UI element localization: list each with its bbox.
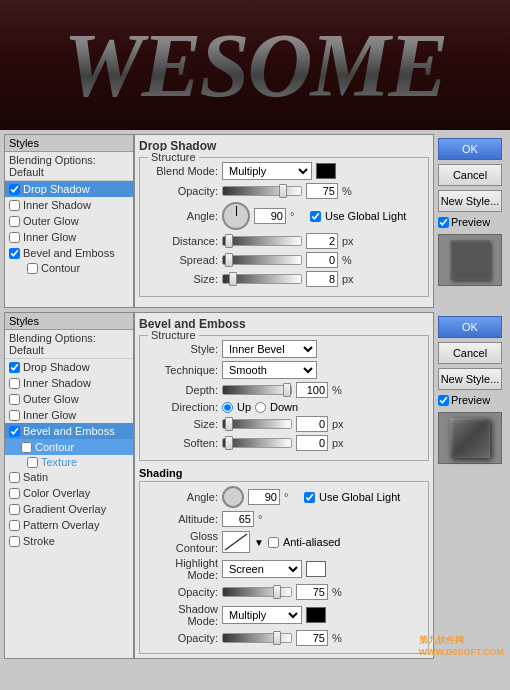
- cb-color-overlay-2[interactable]: [9, 488, 20, 499]
- style-select-2[interactable]: Inner Bevel: [222, 340, 317, 358]
- cb-satin-2[interactable]: [9, 472, 20, 483]
- item-satin-2[interactable]: Satin: [5, 469, 133, 485]
- distance-thumb-1[interactable]: [225, 234, 233, 248]
- item-outer-glow-1[interactable]: Outer Glow: [5, 213, 133, 229]
- cb-inner-shadow-2[interactable]: [9, 378, 20, 389]
- size-label-2: Size:: [146, 418, 218, 430]
- depth-slider-2[interactable]: [222, 385, 292, 395]
- cb-gradient-overlay-2[interactable]: [9, 504, 20, 515]
- soften-label-2: Soften:: [146, 437, 218, 449]
- highlight-color-swatch-2[interactable]: [306, 561, 326, 577]
- shading-angle-dial-2[interactable]: [222, 486, 244, 508]
- new-style-button-2[interactable]: New Style...: [438, 368, 502, 390]
- size-input-1[interactable]: [306, 271, 338, 287]
- blend-mode-select-1[interactable]: Multiply: [222, 162, 312, 180]
- spread-slider-1[interactable]: [222, 255, 302, 265]
- cancel-button-2[interactable]: Cancel: [438, 342, 502, 364]
- spread-input-1[interactable]: [306, 252, 338, 268]
- cb-outer-glow-1[interactable]: [9, 216, 20, 227]
- highlight-mode-select-2[interactable]: Screen: [222, 560, 302, 578]
- size-thumb-2[interactable]: [225, 417, 233, 431]
- gloss-contour-label-2: Gloss Contour:: [146, 530, 218, 554]
- cb-drop-shadow-1[interactable]: [9, 184, 20, 195]
- distance-input-1[interactable]: [306, 233, 338, 249]
- soften-row-2: Soften: px: [146, 435, 422, 451]
- anti-aliased-cb-2[interactable]: [268, 537, 279, 548]
- depth-thumb-2[interactable]: [283, 383, 291, 397]
- distance-slider-1[interactable]: [222, 236, 302, 246]
- soften-input-2[interactable]: [296, 435, 328, 451]
- size-slider-2[interactable]: [222, 419, 292, 429]
- dialog-bevel-emboss: Styles Blending Options: Default Drop Sh…: [4, 312, 506, 659]
- angle-dial-1[interactable]: [222, 202, 250, 230]
- item-gradient-overlay-2[interactable]: Gradient Overlay: [5, 501, 133, 517]
- ok-button-2[interactable]: OK: [438, 316, 502, 338]
- opacity-slider-1[interactable]: [222, 186, 302, 196]
- item-inner-glow-2[interactable]: Inner Glow: [5, 407, 133, 423]
- item-contour-1[interactable]: Contour: [5, 261, 133, 275]
- cb-inner-glow-2[interactable]: [9, 410, 20, 421]
- shading-global-light-cb-2[interactable]: [304, 492, 315, 503]
- opacity-thumb-1[interactable]: [279, 184, 287, 198]
- preview-cb-2[interactable]: [438, 395, 449, 406]
- highlight-opacity-input-2[interactable]: [296, 584, 328, 600]
- highlight-opacity-thumb-2[interactable]: [273, 585, 281, 599]
- cb-stroke-2[interactable]: [9, 536, 20, 547]
- direction-down-rb-2[interactable]: [255, 402, 266, 413]
- ok-button-1[interactable]: OK: [438, 138, 502, 160]
- cb-inner-shadow-1[interactable]: [9, 200, 20, 211]
- opacity-input-1[interactable]: [306, 183, 338, 199]
- item-color-overlay-2[interactable]: Color Overlay: [5, 485, 133, 501]
- cb-texture-2[interactable]: [27, 457, 38, 468]
- blending-default-1: Blending Options: Default: [5, 152, 133, 181]
- cb-drop-shadow-2[interactable]: [9, 362, 20, 373]
- item-texture-2[interactable]: Texture: [5, 455, 133, 469]
- new-style-button-1[interactable]: New Style...: [438, 190, 502, 212]
- blend-color-swatch-1[interactable]: [316, 163, 336, 179]
- contour-dropdown-arrow-2[interactable]: ▼: [254, 537, 264, 548]
- soften-thumb-2[interactable]: [225, 436, 233, 450]
- depth-input-2[interactable]: [296, 382, 328, 398]
- highlight-opacity-slider-2[interactable]: [222, 587, 292, 597]
- technique-select-2[interactable]: Smooth: [222, 361, 317, 379]
- item-bevel-emboss-1[interactable]: Bevel and Emboss: [5, 245, 133, 261]
- item-contour-2[interactable]: Contour: [5, 439, 133, 455]
- shadow-opacity-input-2[interactable]: [296, 630, 328, 646]
- cb-bevel-emboss-2[interactable]: [9, 426, 20, 437]
- size-thumb-1[interactable]: [229, 272, 237, 286]
- shadow-mode-select-2[interactable]: Multiply: [222, 606, 302, 624]
- cb-pattern-overlay-2[interactable]: [9, 520, 20, 531]
- label-contour-1: Contour: [41, 262, 80, 274]
- gloss-contour-preview-2[interactable]: [222, 531, 250, 553]
- direction-up-rb-2[interactable]: [222, 402, 233, 413]
- shadow-opacity-slider-2[interactable]: [222, 633, 292, 643]
- altitude-input-2[interactable]: [222, 511, 254, 527]
- size-slider-1[interactable]: [222, 274, 302, 284]
- item-drop-shadow-2[interactable]: Drop Shadow: [5, 359, 133, 375]
- spread-thumb-1[interactable]: [225, 253, 233, 267]
- opacity-unit-1: %: [342, 185, 358, 197]
- size-input-2[interactable]: [296, 416, 328, 432]
- item-bevel-emboss-2[interactable]: Bevel and Emboss: [5, 423, 133, 439]
- item-stroke-2[interactable]: Stroke: [5, 533, 133, 549]
- soften-slider-2[interactable]: [222, 438, 292, 448]
- cb-contour-2[interactable]: [21, 442, 32, 453]
- shadow-opacity-thumb-2[interactable]: [273, 631, 281, 645]
- item-drop-shadow-1[interactable]: Drop Shadow: [5, 181, 133, 197]
- label-drop-shadow-1: Drop Shadow: [23, 183, 90, 195]
- shading-angle-input-2[interactable]: [248, 489, 280, 505]
- item-outer-glow-2[interactable]: Outer Glow: [5, 391, 133, 407]
- shadow-color-swatch-2[interactable]: [306, 607, 326, 623]
- item-inner-shadow-2[interactable]: Inner Shadow: [5, 375, 133, 391]
- angle-input-1[interactable]: [254, 208, 286, 224]
- cb-outer-glow-2[interactable]: [9, 394, 20, 405]
- global-light-cb-1[interactable]: [310, 211, 321, 222]
- cb-inner-glow-1[interactable]: [9, 232, 20, 243]
- item-inner-shadow-1[interactable]: Inner Shadow: [5, 197, 133, 213]
- item-pattern-overlay-2[interactable]: Pattern Overlay: [5, 517, 133, 533]
- preview-cb-1[interactable]: [438, 217, 449, 228]
- cb-contour-1[interactable]: [27, 263, 38, 274]
- cancel-button-1[interactable]: Cancel: [438, 164, 502, 186]
- item-inner-glow-1[interactable]: Inner Glow: [5, 229, 133, 245]
- cb-bevel-emboss-1[interactable]: [9, 248, 20, 259]
